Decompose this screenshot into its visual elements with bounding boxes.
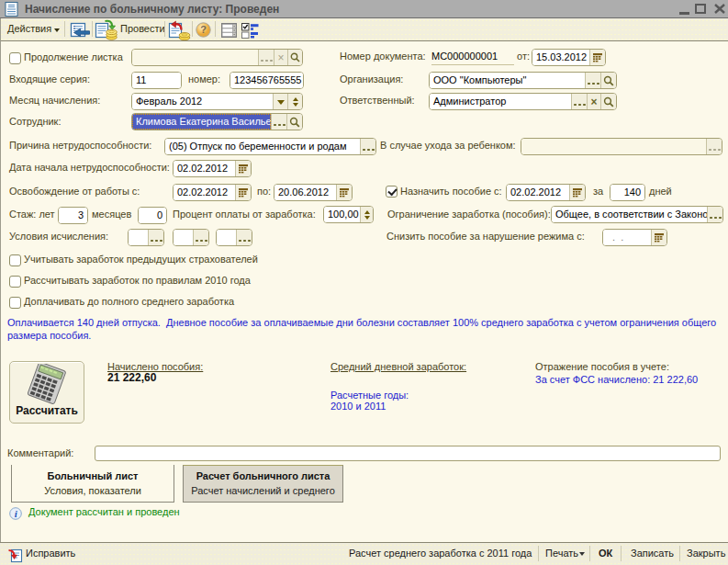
- svg-text:?: ?: [200, 24, 207, 35]
